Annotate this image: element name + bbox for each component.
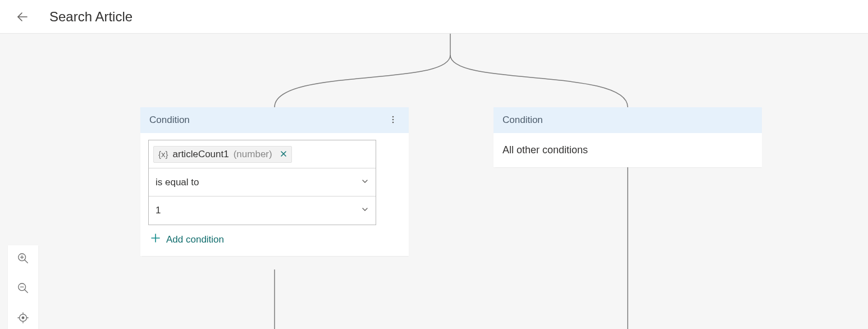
- variable-row[interactable]: {x} articleCount1 (number): [149, 140, 376, 168]
- value-select[interactable]: 1: [149, 197, 376, 225]
- condition-body: {x} articleCount1 (number) is equal to: [140, 133, 409, 256]
- condition-header[interactable]: Condition: [494, 107, 762, 133]
- variable-chip[interactable]: {x} articleCount1 (number): [153, 146, 292, 163]
- zoom-toolbar: [8, 245, 38, 329]
- arrow-left-icon: [16, 10, 29, 24]
- fit-view-button[interactable]: [17, 312, 29, 326]
- variable-name: articleCount1: [173, 149, 229, 160]
- vertical-dots-icon: [389, 115, 398, 124]
- zoom-in-icon: [17, 252, 29, 264]
- condition-header-label: Condition: [502, 115, 543, 126]
- remove-variable-button[interactable]: [280, 149, 287, 159]
- variable-brace-icon: {x}: [158, 149, 168, 159]
- back-button[interactable]: [11, 6, 34, 28]
- target-icon: [17, 312, 29, 324]
- add-condition-label: Add condition: [166, 234, 224, 245]
- svg-line-9: [25, 260, 28, 263]
- condition-header[interactable]: Condition: [140, 107, 409, 133]
- zoom-out-button[interactable]: [17, 282, 29, 296]
- close-icon: [280, 150, 287, 157]
- flow-canvas: Condition {x} articleCount1 (number): [0, 34, 868, 329]
- page-title: Search Article: [49, 9, 133, 25]
- value-text: 1: [156, 205, 161, 216]
- condition-card-right[interactable]: Condition All other conditions: [494, 107, 762, 167]
- condition-card-left[interactable]: Condition {x} articleCount1 (number): [140, 107, 409, 256]
- zoom-out-icon: [17, 282, 29, 294]
- zoom-in-button[interactable]: [17, 252, 29, 266]
- svg-point-1: [392, 116, 394, 117]
- plus-icon: [150, 233, 161, 246]
- operator-value: is equal to: [156, 177, 199, 188]
- header-bar: Search Article: [0, 0, 868, 34]
- condition-rule-box: {x} articleCount1 (number) is equal to: [148, 140, 376, 225]
- condition-header-label: Condition: [149, 115, 190, 126]
- condition-body-text: All other conditions: [494, 133, 762, 167]
- svg-point-2: [392, 118, 394, 120]
- svg-point-16: [22, 317, 24, 319]
- svg-line-13: [25, 290, 28, 293]
- add-condition-button[interactable]: Add condition: [148, 233, 401, 246]
- operator-select[interactable]: is equal to: [149, 168, 376, 197]
- variable-type: (number): [234, 149, 272, 160]
- chevron-down-icon: [361, 177, 369, 188]
- chevron-down-icon: [361, 205, 369, 216]
- more-menu-button[interactable]: [386, 115, 400, 126]
- branch-connector: [0, 34, 868, 329]
- svg-point-3: [392, 121, 394, 123]
